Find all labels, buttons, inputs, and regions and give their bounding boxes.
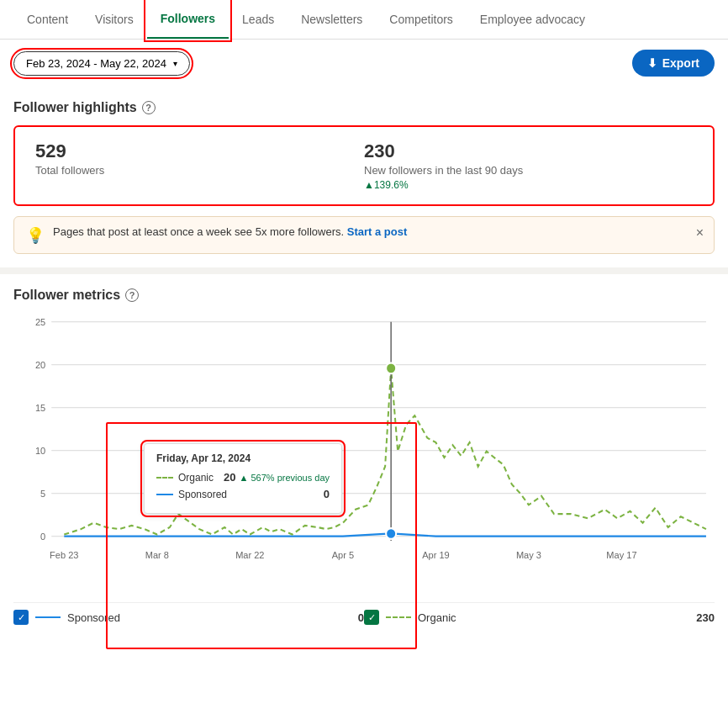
total-followers-value: 529: [35, 140, 364, 162]
legend-sponsored[interactable]: ✓ Sponsored 0: [13, 610, 364, 625]
svg-text:5: 5: [40, 489, 45, 499]
metrics-help-icon[interactable]: ?: [125, 288, 139, 302]
organic-line-legend: [386, 616, 411, 618]
tip-box: 💡 Pages that post at least once a week s…: [13, 216, 715, 254]
toolbar: Feb 23, 2024 - May 22, 2024 ▾ ⬇ Export: [0, 40, 728, 87]
chevron-down-icon: ▾: [173, 59, 177, 68]
date-range-picker[interactable]: Feb 23, 2024 - May 22, 2024 ▾: [13, 51, 190, 76]
metrics-title: Follower metrics ?: [13, 288, 715, 303]
organic-label: Organic: [178, 472, 214, 484]
tab-competitors[interactable]: Competitors: [376, 1, 466, 38]
chart-legend: ✓ Sponsored 0 ✓ Organic 230: [13, 602, 715, 632]
svg-point-20: [386, 363, 396, 374]
sponsored-legend-value: 0: [358, 611, 364, 624]
total-followers-label: Total followers: [35, 164, 364, 177]
tip-text: Pages that post at least once a week see…: [53, 225, 407, 238]
chart-tooltip: Friday, Apr 12, 2024 Organic 20 ▲ 567% p…: [144, 443, 342, 514]
sponsored-legend-label: Sponsored: [67, 611, 120, 624]
svg-text:May 17: May 17: [606, 550, 636, 560]
tab-newsletters[interactable]: Newsletters: [288, 1, 376, 38]
export-button[interactable]: ⬇ Export: [632, 50, 715, 77]
start-post-link[interactable]: Start a post: [347, 225, 408, 238]
new-followers-value: 230: [364, 140, 693, 162]
organic-checkbox[interactable]: ✓: [364, 610, 379, 625]
organic-legend-value: 230: [696, 611, 715, 624]
tooltip-organic-row: Organic 20 ▲ 567% previous day: [156, 471, 330, 484]
svg-text:Feb 23: Feb 23: [50, 550, 78, 560]
tab-content[interactable]: Content: [13, 1, 82, 38]
svg-text:Mar 22: Mar 22: [235, 550, 264, 560]
export-label: Export: [662, 56, 699, 70]
lightbulb-icon: 💡: [26, 226, 45, 245]
date-range-label: Feb 23, 2024 - May 22, 2024: [26, 57, 166, 70]
organic-line-icon: [156, 477, 173, 479]
navigation-tabs: Content Visitors Followers Leads Newslet…: [0, 0, 728, 40]
tab-visitors[interactable]: Visitors: [82, 1, 147, 38]
legend-organic[interactable]: ✓ Organic 230: [364, 610, 715, 625]
tooltip-date: Friday, Apr 12, 2024: [156, 452, 330, 464]
svg-text:25: 25: [35, 317, 45, 327]
sponsored-label: Sponsored: [178, 489, 227, 500]
svg-text:0: 0: [40, 532, 45, 542]
highlights-section: Follower highlights ? 529 Total follower…: [0, 87, 728, 254]
tooltip-sponsored-row: Sponsored 0: [156, 488, 330, 500]
organic-value: 20: [224, 471, 235, 484]
organic-change: ▲ 567% previous day: [240, 473, 330, 483]
highlights-help-icon[interactable]: ?: [142, 101, 156, 114]
svg-text:Apr 19: Apr 19: [422, 550, 450, 560]
follower-chart: 25 20 15 10 5 0 Feb 23 Mar 8 Mar 22 Apr …: [13, 313, 715, 599]
svg-point-21: [386, 528, 396, 539]
organic-legend-label: Organic: [418, 611, 456, 624]
total-followers-item: 529 Total followers: [35, 140, 364, 191]
svg-text:May 3: May 3: [516, 550, 541, 560]
svg-text:Apr 5: Apr 5: [332, 550, 354, 560]
metrics-section: Follower metrics ? 25 20 15 10 5 0 Fe: [0, 274, 728, 645]
svg-text:20: 20: [35, 360, 45, 370]
sponsored-line-legend: [35, 616, 61, 618]
new-followers-change: ▲139.6%: [364, 179, 693, 191]
section-divider: [0, 267, 728, 274]
tab-leads[interactable]: Leads: [229, 1, 288, 38]
sponsored-line-icon: [156, 494, 173, 495]
tab-employee-advocacy[interactable]: Employee advocacy: [467, 1, 599, 38]
close-icon[interactable]: ×: [696, 225, 704, 241]
svg-text:10: 10: [35, 446, 45, 456]
tab-followers[interactable]: Followers: [147, 0, 229, 39]
new-followers-item: 230 New followers in the last 90 days ▲1…: [364, 140, 693, 191]
highlights-title: Follower highlights ?: [13, 100, 715, 115]
svg-text:Mar 8: Mar 8: [145, 550, 169, 560]
sponsored-value: 0: [324, 488, 330, 500]
export-icon: ⬇: [647, 56, 657, 70]
chart-area: 25 20 15 10 5 0 Feb 23 Mar 8 Mar 22 Apr …: [13, 313, 715, 599]
new-followers-label: New followers in the last 90 days: [364, 164, 693, 177]
sponsored-checkbox[interactable]: ✓: [13, 610, 29, 625]
highlights-box: 529 Total followers 230 New followers in…: [13, 125, 715, 206]
svg-text:15: 15: [35, 403, 45, 413]
